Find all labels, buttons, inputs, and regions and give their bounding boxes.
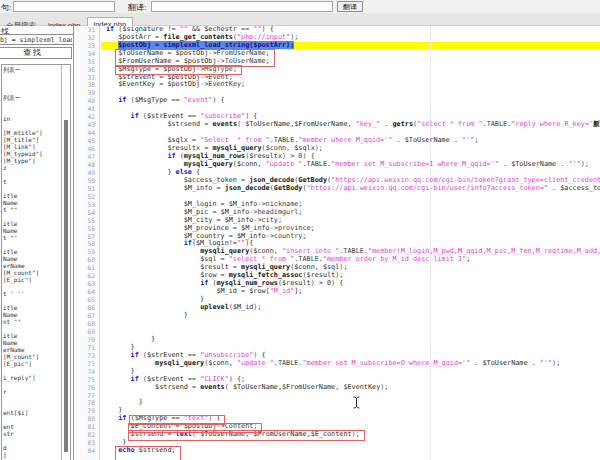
search-result-item[interactable]: i_reply"] <box>3 374 61 381</box>
search-result-item[interactable] <box>3 101 61 108</box>
code-line[interactable]: $EventKey = $postObj->EventKey; <box>101 81 600 89</box>
search-result-item[interactable]: erName <box>3 346 61 353</box>
search-sidebar: 找 查 找 列表一列表一in[M_mtitle"][M_title"][M_li… <box>0 26 74 460</box>
code-line[interactable]: if ($MsgType == "event") { <box>101 97 600 105</box>
search-result-item[interactable]: itle <box>3 332 61 339</box>
search-result-item[interactable]: erName <box>3 262 61 269</box>
phrase-input[interactable] <box>13 1 115 12</box>
search-result-item[interactable] <box>3 73 61 80</box>
search-result-item[interactable] <box>3 122 61 129</box>
code-line[interactable] <box>101 320 600 328</box>
code-line[interactable] <box>101 392 600 400</box>
search-result-item[interactable]: 列表一 <box>3 94 61 101</box>
search-result-item[interactable] <box>3 241 61 248</box>
code-line[interactable]: } <box>101 399 600 407</box>
search-result-item[interactable] <box>3 416 61 423</box>
search-result-item[interactable] <box>3 395 61 402</box>
search-result-item[interactable]: itle <box>3 304 61 311</box>
search-result-item[interactable]: r <box>3 388 61 395</box>
search-result-item[interactable]: t <box>3 178 61 185</box>
code-editor[interactable]: 3132333435363738394041424344454647484950… <box>75 26 600 460</box>
line-number: 52 <box>75 193 95 201</box>
line-number: 83 <box>75 439 95 447</box>
line-number: 51 <box>75 185 95 193</box>
search-result-item[interactable]: Name <box>3 199 61 206</box>
search-result-item[interactable]: 列表一 <box>3 66 61 73</box>
search-result-item[interactable] <box>3 283 61 290</box>
line-number: 37 <box>75 74 95 82</box>
line-number: 74 <box>75 368 95 376</box>
search-result-item[interactable]: [M_title"] <box>3 136 61 143</box>
code-line[interactable]: $M_info = json_decode(GetBody("https://a… <box>101 185 600 193</box>
code-line[interactable]: mysqli_query($conn, "update ".TABLE."mem… <box>101 360 600 368</box>
line-number: 64 <box>75 288 95 296</box>
search-result-item[interactable]: [M_mtitle"] <box>3 129 61 136</box>
translate-input[interactable] <box>151 1 333 12</box>
search-result-item[interactable]: itle <box>3 192 61 199</box>
search-result-item[interactable] <box>3 325 61 332</box>
line-number: 76 <box>75 384 95 392</box>
line-number: 46 <box>75 145 95 153</box>
line-number: 54 <box>75 209 95 217</box>
code-line[interactable]: } <box>101 336 600 344</box>
search-result-item[interactable] <box>3 185 61 192</box>
search-result-item[interactable] <box>3 87 61 94</box>
line-number: 56 <box>75 225 95 233</box>
search-result-item[interactable]: itle <box>3 220 61 227</box>
search-result-item[interactable]: str <box>3 430 61 437</box>
line-number: 47 <box>75 153 95 161</box>
search-result-item[interactable] <box>3 367 61 374</box>
line-number: 66 <box>75 304 95 312</box>
search-result-item[interactable]: Name <box>3 311 61 318</box>
code-line[interactable]: } <box>101 312 600 320</box>
search-result-item[interactable]: [M_type"] <box>3 157 61 164</box>
search-result-item[interactable]: in <box>3 115 61 122</box>
code-line[interactable]: $strsend = events( $ToUserName,$FromUser… <box>101 384 600 392</box>
search-result-item[interactable]: [E_pic"] <box>3 276 61 283</box>
results-scrollbar-thumb[interactable] <box>64 120 68 452</box>
search-result-item[interactable]: [M_count"] <box>3 269 61 276</box>
text-ibeam-cursor <box>352 396 361 409</box>
search-result-item[interactable]: nt "" <box>3 318 61 325</box>
search-result-item[interactable]: [E_pic"] <box>3 360 61 367</box>
search-result-item[interactable]: [M_typeid"] <box>3 150 61 157</box>
red-annotation-box <box>128 430 365 441</box>
search-result-item[interactable]: d <box>3 444 61 451</box>
search-result-item[interactable] <box>3 171 61 178</box>
search-results-panel: 列表一列表一in[M_mtitle"][M_title"][M_link"][M… <box>1 64 71 460</box>
search-result-item[interactable]: j <box>3 451 61 458</box>
search-result-item[interactable] <box>3 437 61 444</box>
line-number: 80 <box>75 415 95 423</box>
search-result-item[interactable] <box>3 108 61 115</box>
search-result-item[interactable]: Name <box>3 339 61 346</box>
search-result-item[interactable]: t "" <box>3 206 61 213</box>
search-input[interactable] <box>0 34 74 45</box>
search-result-item[interactable] <box>3 297 61 304</box>
search-result-item[interactable] <box>3 80 61 87</box>
search-result-item[interactable]: ent[$i] <box>3 409 61 416</box>
search-result-item[interactable]: z <box>3 164 61 171</box>
search-result-item[interactable]: t "" <box>3 234 61 241</box>
search-result-item[interactable]: itle <box>3 248 61 255</box>
code-line[interactable]: $strsend = events( $ToUserName,$FromUser… <box>101 121 600 129</box>
line-number: 79 <box>75 407 95 415</box>
line-number: 73 <box>75 360 95 368</box>
line-number: 59 <box>75 248 95 256</box>
line-number: 43 <box>75 121 95 129</box>
search-result-item[interactable]: t ' '' <box>3 290 61 297</box>
search-result-item[interactable] <box>3 381 61 388</box>
line-number: 57 <box>75 233 95 241</box>
search-result-item[interactable]: [M_link"] <box>3 143 61 150</box>
search-result-item[interactable] <box>3 402 61 409</box>
code-line[interactable] <box>101 328 600 336</box>
line-number: 60 <box>75 256 95 264</box>
translate-button[interactable]: 翻译 <box>337 1 363 12</box>
search-result-item[interactable]: [M_count"] <box>3 353 61 360</box>
search-result-item[interactable]: ent <box>3 423 61 430</box>
search-result-item[interactable] <box>3 213 61 220</box>
line-number-gutter: 3132333435363738394041424344454647484950… <box>75 26 100 460</box>
search-button[interactable]: 查 找 <box>0 47 72 59</box>
search-result-item[interactable]: Name <box>3 255 61 262</box>
results-scrollbar-track[interactable] <box>61 65 70 460</box>
search-result-item[interactable]: Name <box>3 227 61 234</box>
